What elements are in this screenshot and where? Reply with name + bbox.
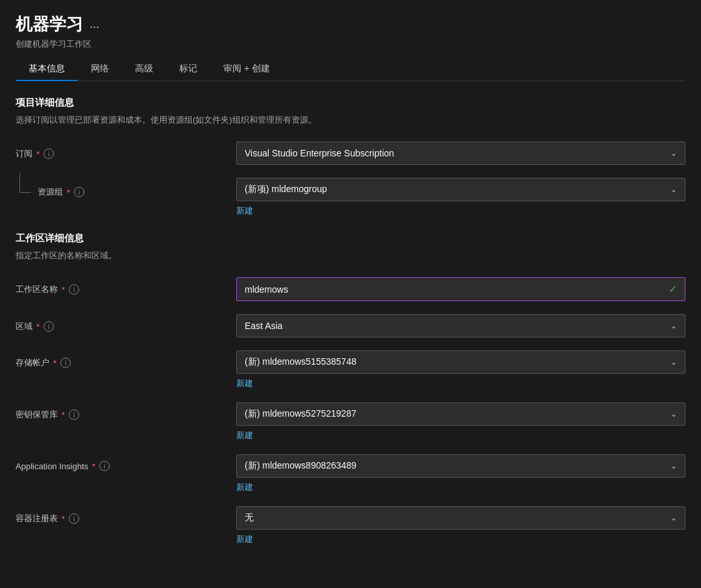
resource-group-info-icon[interactable]: i bbox=[74, 187, 84, 197]
project-section-title: 项目详细信息 bbox=[16, 97, 685, 109]
workspace-section-title: 工作区详细信息 bbox=[16, 232, 685, 245]
resource-group-label-wrapper: 资源组 * i bbox=[16, 178, 236, 200]
region-row: 区域 * i East Asia ⌄ bbox=[16, 314, 685, 337]
storage-account-info-icon[interactable]: i bbox=[60, 358, 71, 368]
key-vault-control: (新) mldemows5275219287 ⌄ 新建 bbox=[236, 402, 685, 441]
container-registry-info-icon[interactable]: i bbox=[69, 513, 79, 524]
region-value: East Asia bbox=[245, 321, 282, 331]
storage-account-chevron-icon: ⌄ bbox=[670, 358, 677, 367]
app-insights-chevron-icon: ⌄ bbox=[670, 461, 677, 471]
storage-account-label: 存储帐户 bbox=[16, 357, 49, 369]
key-vault-new-link[interactable]: 新建 bbox=[236, 430, 685, 441]
app-insights-select[interactable]: (新) mldemows8908263489 ⌄ bbox=[236, 454, 685, 478]
key-vault-select[interactable]: (新) mldemows5275219287 ⌄ bbox=[236, 402, 685, 426]
app-title: 机器学习 bbox=[16, 13, 83, 36]
resource-group-required: * bbox=[67, 188, 70, 197]
container-registry-select[interactable]: 无 ⌄ bbox=[236, 506, 685, 530]
app-insights-required: * bbox=[92, 461, 95, 471]
container-registry-control: 无 ⌄ 新建 bbox=[236, 506, 685, 545]
app-insights-control: (新) mldemows8908263489 ⌄ 新建 bbox=[236, 454, 685, 493]
project-section-desc: 选择订阅以管理已部署资源和成本。使用资源组(如文件夹)组织和管理所有资源。 bbox=[16, 114, 685, 126]
region-select[interactable]: East Asia ⌄ bbox=[236, 314, 685, 337]
subscription-info-icon[interactable]: i bbox=[43, 149, 54, 159]
resource-group-chevron-icon: ⌄ bbox=[670, 185, 677, 194]
tab-basic-info[interactable]: 基本信息 bbox=[16, 58, 78, 81]
region-chevron-icon: ⌄ bbox=[670, 321, 677, 330]
region-info-icon[interactable]: i bbox=[43, 321, 54, 332]
key-vault-label-wrapper: 密钥保管库 * i bbox=[16, 402, 236, 421]
storage-account-row: 存储帐户 * i (新) mldemows5155385748 ⌄ 新建 bbox=[16, 350, 685, 389]
region-label: 区域 bbox=[16, 321, 32, 332]
container-registry-required: * bbox=[62, 514, 65, 524]
key-vault-row: 密钥保管库 * i (新) mldemows5275219287 ⌄ 新建 bbox=[16, 402, 685, 441]
app-insights-info-icon[interactable]: i bbox=[99, 461, 110, 471]
subscription-label-wrapper: 订阅 * i bbox=[16, 141, 236, 160]
subscription-label: 订阅 bbox=[16, 148, 32, 160]
subscription-control: Visual Studio Enterprise Subscription ⌄ bbox=[236, 141, 685, 165]
tab-bar: 基本信息 网络 高级 标记 审阅 + 创建 bbox=[16, 58, 685, 81]
storage-account-select[interactable]: (新) mldemows5155385748 ⌄ bbox=[236, 350, 685, 374]
tab-review-create[interactable]: 审阅 + 创建 bbox=[210, 58, 283, 81]
subscription-select[interactable]: Visual Studio Enterprise Subscription ⌄ bbox=[236, 141, 685, 165]
container-registry-label-wrapper: 容器注册表 * i bbox=[16, 506, 236, 524]
app-insights-new-link[interactable]: 新建 bbox=[236, 482, 685, 493]
region-label-wrapper: 区域 * i bbox=[16, 314, 236, 332]
resource-group-select[interactable]: (新项) mldemogroup ⌄ bbox=[236, 178, 685, 201]
storage-account-required: * bbox=[53, 358, 56, 368]
storage-account-new-link[interactable]: 新建 bbox=[236, 378, 685, 389]
key-vault-required: * bbox=[62, 410, 65, 420]
storage-account-control: (新) mldemows5155385748 ⌄ 新建 bbox=[236, 350, 685, 389]
workspace-name-check-icon: ✓ bbox=[669, 283, 677, 295]
region-required: * bbox=[36, 322, 40, 332]
key-vault-info-icon[interactable]: i bbox=[69, 410, 79, 420]
resource-group-new-link[interactable]: 新建 bbox=[236, 205, 685, 217]
tab-advanced[interactable]: 高级 bbox=[122, 58, 166, 81]
workspace-name-label-wrapper: 工作区名称 * i bbox=[16, 277, 236, 295]
container-registry-row: 容器注册表 * i 无 ⌄ 新建 bbox=[16, 506, 685, 545]
project-section: 项目详细信息 选择订阅以管理已部署资源和成本。使用资源组(如文件夹)组织和管理所… bbox=[16, 97, 685, 217]
container-registry-value: 无 bbox=[245, 512, 254, 524]
region-control: East Asia ⌄ bbox=[236, 314, 685, 337]
workspace-name-label: 工作区名称 bbox=[16, 284, 58, 295]
app-insights-row: Application Insights * i (新) mldemows890… bbox=[16, 454, 685, 493]
workspace-name-value: mldemows bbox=[245, 284, 288, 295]
app-insights-value: (新) mldemows8908263489 bbox=[245, 460, 356, 472]
subscription-row: 订阅 * i Visual Studio Enterprise Subscrip… bbox=[16, 141, 685, 165]
page-header: 机器学习 ... 创建机器学习工作区 基本信息 网络 高级 标记 审阅 + 创建 bbox=[0, 0, 701, 81]
key-vault-value: (新) mldemows5275219287 bbox=[245, 408, 356, 420]
ellipsis-button[interactable]: ... bbox=[90, 18, 99, 31]
subscription-chevron-icon: ⌄ bbox=[670, 149, 677, 158]
storage-account-label-wrapper: 存储帐户 * i bbox=[16, 350, 236, 369]
key-vault-label: 密钥保管库 bbox=[16, 409, 58, 421]
workspace-section-desc: 指定工作区的名称和区域。 bbox=[16, 250, 685, 262]
resource-group-control: (新项) mldemogroup ⌄ 新建 bbox=[236, 178, 685, 217]
main-content: 项目详细信息 选择订阅以管理已部署资源和成本。使用资源组(如文件夹)组织和管理所… bbox=[0, 81, 701, 574]
resource-group-value: (新项) mldemogroup bbox=[245, 184, 327, 195]
key-vault-chevron-icon: ⌄ bbox=[670, 410, 677, 419]
storage-account-value: (新) mldemows5155385748 bbox=[245, 356, 356, 368]
app-insights-label-wrapper: Application Insights * i bbox=[16, 454, 236, 471]
tab-network[interactable]: 网络 bbox=[78, 58, 122, 81]
workspace-name-info-icon[interactable]: i bbox=[69, 284, 79, 295]
page-subtitle: 创建机器学习工作区 bbox=[16, 38, 685, 50]
workspace-section: 工作区详细信息 指定工作区的名称和区域。 工作区名称 * i mldemows … bbox=[16, 232, 685, 545]
subscription-required: * bbox=[36, 149, 40, 159]
container-registry-chevron-icon: ⌄ bbox=[670, 513, 677, 522]
resource-group-row: 资源组 * i (新项) mldemogroup ⌄ 新建 bbox=[16, 178, 685, 217]
workspace-name-input[interactable]: mldemows ✓ bbox=[236, 277, 685, 301]
tab-tags[interactable]: 标记 bbox=[166, 58, 210, 81]
container-registry-label: 容器注册表 bbox=[16, 513, 58, 524]
workspace-name-required: * bbox=[62, 285, 65, 295]
workspace-name-row: 工作区名称 * i mldemows ✓ bbox=[16, 277, 685, 301]
subscription-value: Visual Studio Enterprise Subscription bbox=[245, 148, 394, 158]
container-registry-new-link[interactable]: 新建 bbox=[236, 533, 685, 545]
resource-group-label: 资源组 bbox=[38, 186, 63, 198]
workspace-name-control: mldemows ✓ bbox=[236, 277, 685, 301]
app-insights-label: Application Insights bbox=[16, 461, 88, 471]
